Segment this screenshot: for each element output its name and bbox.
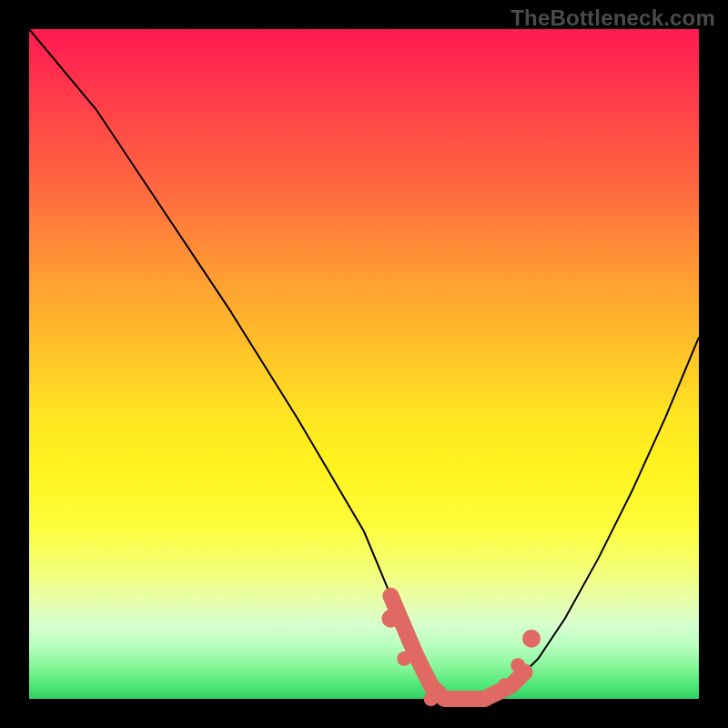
- chart-overlay: [29, 29, 699, 699]
- marker-dot: [450, 692, 465, 706]
- marker-dot: [424, 692, 439, 706]
- marker-dot: [522, 630, 541, 648]
- marker-dot: [498, 678, 512, 693]
- marker-dot: [381, 610, 399, 628]
- bottleneck-curve-line: [29, 29, 699, 699]
- watermark-text: TheBottleneck.com: [511, 5, 715, 31]
- marker-dot: [478, 692, 492, 706]
- marker-dot: [511, 658, 525, 672]
- chart-plot-area: [29, 29, 699, 699]
- marker-dot: [397, 652, 411, 666]
